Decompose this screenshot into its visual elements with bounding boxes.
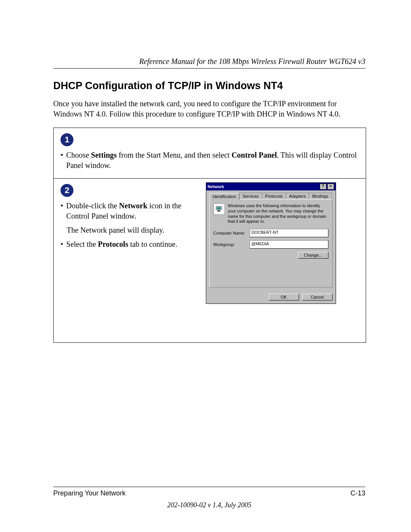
s2b1a: Double-click the: [66, 201, 119, 210]
help-icon[interactable]: ?: [320, 184, 327, 190]
s2b2bold: Protocols: [98, 240, 128, 248]
step-2-line: The Network panel will display.: [67, 225, 197, 235]
steps-table: 1 • Choose Settings from the Start Menu,…: [53, 128, 366, 343]
s2b2a: Select the: [66, 240, 98, 248]
screenshot-cell: Network ? × Identification Services Prot…: [204, 179, 366, 342]
nt-title-text: Network: [208, 184, 224, 189]
s2b2b: tab to continue.: [128, 240, 177, 248]
s1-mid: from the Start Menu, and then select: [117, 151, 232, 159]
cancel-button[interactable]: Cancel: [302, 294, 333, 300]
workgroup-label: Workgroup:: [213, 242, 250, 247]
running-header: Reference Manual for the 108 Mbps Wirele…: [53, 57, 365, 66]
nt-titlebar: Network ? ×: [206, 183, 336, 190]
workgroup-field[interactable]: @MEDIA: [250, 240, 328, 249]
step-1-badge: 1: [61, 133, 73, 146]
s1-pre: Choose: [66, 151, 91, 159]
step-2-row: 2 • Double-click the Network icon in the…: [54, 179, 366, 342]
footer-rule: [53, 487, 365, 487]
nt-network-dialog: Network ? × Identification Services Prot…: [206, 182, 336, 304]
tab-bindings[interactable]: Bindings: [309, 193, 331, 199]
footer-line: Preparing Your Network C-13: [53, 489, 365, 497]
tab-identification[interactable]: Identification: [209, 193, 240, 200]
change-button[interactable]: Change...: [298, 252, 328, 259]
step-2-bullet-1: • Double-click the Network icon in the C…: [61, 201, 197, 221]
step-2-badge: 2: [61, 184, 73, 197]
section-heading: DHCP Configuration of TCP/IP in Windows …: [53, 80, 365, 92]
page-number: C-13: [350, 489, 365, 497]
header-rule: [53, 68, 365, 69]
ok-button[interactable]: OK: [269, 294, 299, 300]
svg-rect-1: [217, 207, 221, 209]
step-1-row: 1 • Choose Settings from the Start Menu,…: [54, 128, 366, 179]
computer-name-field[interactable]: DOCBERT-NT: [250, 229, 328, 237]
s2b1bold: Network: [119, 201, 147, 210]
tab-services[interactable]: Services: [239, 193, 262, 199]
nt-panel: Windows uses the following information t…: [209, 199, 333, 288]
computer-icon: [213, 203, 225, 215]
step-2-bullet-2: • Select the Protocols tab to continue.: [61, 239, 197, 249]
nt-tabs: Identification Services Protocols Adapte…: [209, 193, 333, 199]
svg-rect-2: [218, 211, 220, 211]
doc-id: 202-10090-02 v 1.4, July 2005: [53, 501, 365, 509]
tab-adapters[interactable]: Adapters: [285, 193, 309, 199]
s1-bold2: Control Panel: [231, 151, 277, 159]
tab-protocols[interactable]: Protocols: [262, 193, 286, 199]
computer-name-label: Computer Name:: [213, 231, 250, 235]
step-1-bullet: • Choose Settings from the Start Menu, a…: [61, 150, 359, 171]
nt-description: Windows uses the following information t…: [228, 203, 328, 224]
close-icon[interactable]: ×: [327, 184, 334, 190]
footer-left: Preparing Your Network: [53, 489, 126, 497]
s1-bold1: Settings: [91, 151, 117, 159]
intro-paragraph: Once you have installed the network card…: [53, 99, 365, 119]
